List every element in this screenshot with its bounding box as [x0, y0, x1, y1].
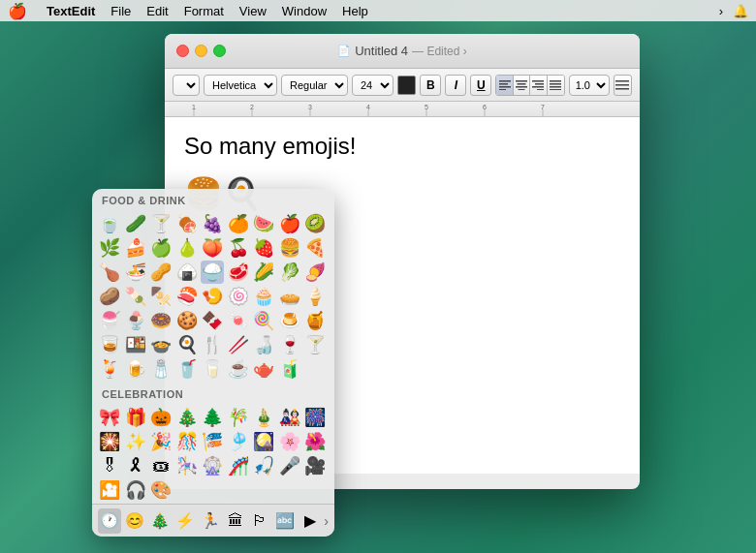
celebration-emoji-29[interactable]: 🎨 [149, 478, 173, 502]
food-emoji-18[interactable]: 🍗 [98, 261, 121, 284]
food-emoji-15[interactable]: 🍓 [252, 236, 275, 260]
food-emoji-2[interactable]: 🍸 [149, 212, 173, 235]
celebration-emoji-19[interactable]: 🎗 [124, 454, 147, 477]
celebration-emoji-4[interactable]: 🌲 [201, 406, 224, 429]
align-justify-button[interactable] [548, 76, 564, 95]
food-emoji-1[interactable]: 🥒 [124, 212, 147, 235]
food-emoji-28[interactable]: 🍡 [124, 285, 147, 308]
food-emoji-10[interactable]: 🍰 [124, 236, 147, 260]
food-emoji-45[interactable]: 🥃 [98, 333, 121, 356]
celebration-emoji-8[interactable]: 🎆 [303, 406, 327, 429]
bottom-bar-btn-6[interactable]: 🏳 [249, 508, 272, 534]
font-size-select[interactable]: 24 [352, 75, 394, 96]
celebration-emoji-21[interactable]: 🎠 [175, 454, 199, 477]
food-emoji-7[interactable]: 🍎 [278, 212, 301, 235]
food-emoji-46[interactable]: 🍱 [124, 333, 147, 356]
menubar-file[interactable]: File [103, 4, 139, 18]
food-emoji-29[interactable]: 🍢 [149, 285, 173, 308]
food-emoji-61[interactable]: 🧃 [278, 357, 301, 381]
food-emoji-35[interactable]: 🍦 [303, 285, 327, 308]
food-emoji-20[interactable]: 🥜 [149, 261, 173, 284]
food-emoji-12[interactable]: 🍐 [175, 236, 199, 260]
food-emoji-53[interactable]: 🍸 [303, 333, 327, 356]
food-emoji-31[interactable]: 🍤 [201, 285, 224, 308]
celebration-emoji-28[interactable]: 🎧 [124, 478, 147, 502]
food-emoji-41[interactable]: 🍬 [227, 309, 250, 332]
food-emoji-11[interactable]: 🍏 [149, 236, 173, 260]
menubar-textedit[interactable]: TextEdit [39, 4, 103, 18]
bottom-bar-btn-0[interactable]: 🕐 [98, 508, 121, 534]
align-center-button[interactable] [514, 76, 530, 95]
food-emoji-30[interactable]: 🍣 [175, 285, 199, 308]
food-emoji-13[interactable]: 🍑 [201, 236, 224, 260]
celebration-emoji-20[interactable]: 🎟 [149, 454, 173, 477]
food-emoji-4[interactable]: 🍇 [201, 212, 224, 235]
celebration-emoji-0[interactable]: 🎀 [98, 406, 121, 429]
food-emoji-22[interactable]: 🍚 [201, 261, 224, 284]
celebration-emoji-24[interactable]: 🎣 [252, 454, 275, 477]
celebration-emoji-2[interactable]: 🎃 [149, 406, 173, 429]
bottom-bar-btn-4[interactable]: 🏃 [199, 508, 222, 534]
food-emoji-50[interactable]: 🥢 [227, 333, 250, 356]
food-emoji-60[interactable]: 🫖 [252, 357, 275, 381]
font-select[interactable]: Helvetica [204, 75, 277, 96]
celebration-emoji-23[interactable]: 🎢 [227, 454, 250, 477]
food-emoji-55[interactable]: 🍺 [124, 357, 147, 381]
maximize-button[interactable] [213, 45, 226, 57]
menubar-view[interactable]: View [232, 4, 274, 18]
food-emoji-6[interactable]: 🍉 [252, 212, 275, 235]
align-right-button[interactable] [530, 76, 547, 95]
paragraph-style-select[interactable]: ¶ [173, 75, 200, 96]
color-swatch[interactable] [397, 76, 416, 95]
food-emoji-27[interactable]: 🥔 [98, 285, 121, 308]
line-height-select[interactable]: 1.0 [569, 75, 610, 96]
food-emoji-34[interactable]: 🥧 [278, 285, 301, 308]
food-emoji-44[interactable]: 🍯 [303, 309, 327, 332]
celebration-emoji-15[interactable]: 🎑 [252, 430, 275, 453]
celebration-emoji-27[interactable]: 🎦 [98, 478, 121, 502]
food-emoji-52[interactable]: 🍷 [278, 333, 301, 356]
food-emoji-47[interactable]: 🍲 [149, 333, 173, 356]
food-emoji-16[interactable]: 🍔 [278, 236, 301, 260]
bottom-bar-btn-7[interactable]: 🔤 [273, 508, 297, 534]
food-emoji-56[interactable]: 🧂 [149, 357, 173, 381]
celebration-emoji-18[interactable]: 🎖 [98, 454, 121, 477]
food-emoji-32[interactable]: 🍥 [227, 285, 250, 308]
bold-button[interactable]: B [420, 75, 441, 96]
celebration-emoji-22[interactable]: 🎡 [201, 454, 224, 477]
celebration-emoji-10[interactable]: ✨ [124, 430, 147, 453]
celebration-emoji-16[interactable]: 🌸 [278, 430, 301, 453]
food-emoji-58[interactable]: 🥛 [201, 357, 224, 381]
food-emoji-59[interactable]: ☕ [227, 357, 250, 381]
food-emoji-21[interactable]: 🍙 [175, 261, 199, 284]
food-emoji-25[interactable]: 🥬 [278, 261, 301, 284]
celebration-emoji-3[interactable]: 🎄 [175, 406, 199, 429]
close-button[interactable] [176, 45, 189, 57]
list-button[interactable] [614, 75, 632, 96]
celebration-emoji-11[interactable]: 🎉 [149, 430, 173, 453]
food-emoji-54[interactable]: 🍹 [98, 357, 121, 381]
apple-menu[interactable]: 🍎 [8, 2, 27, 20]
celebration-emoji-1[interactable]: 🎁 [124, 406, 147, 429]
food-emoji-42[interactable]: 🍭 [252, 309, 275, 332]
food-emoji-49[interactable]: 🍴 [201, 333, 224, 356]
food-emoji-57[interactable]: 🥤 [175, 357, 199, 381]
celebration-emoji-12[interactable]: 🎊 [175, 430, 199, 453]
food-emoji-40[interactable]: 🍫 [201, 309, 224, 332]
italic-button[interactable]: I [445, 75, 466, 96]
food-emoji-23[interactable]: 🥩 [227, 261, 250, 284]
food-emoji-26[interactable]: 🍠 [303, 261, 327, 284]
food-emoji-0[interactable]: 🍵 [98, 212, 121, 235]
food-emoji-14[interactable]: 🍒 [227, 236, 250, 260]
food-emoji-19[interactable]: 🍜 [124, 261, 147, 284]
celebration-emoji-7[interactable]: 🎎 [278, 406, 301, 429]
bottom-bar-btn-5[interactable]: 🏛 [224, 508, 247, 534]
celebration-emoji-25[interactable]: 🎤 [278, 454, 301, 477]
underline-button[interactable]: U [470, 75, 491, 96]
bottom-bar-btn-2[interactable]: 🎄 [148, 508, 172, 534]
food-emoji-8[interactable]: 🥝 [303, 212, 327, 235]
food-emoji-37[interactable]: 🍨 [124, 309, 147, 332]
bottom-bar-btn-3[interactable]: ⚡ [173, 508, 197, 534]
celebration-emoji-9[interactable]: 🎇 [98, 430, 121, 453]
menubar-help[interactable]: Help [334, 4, 376, 18]
